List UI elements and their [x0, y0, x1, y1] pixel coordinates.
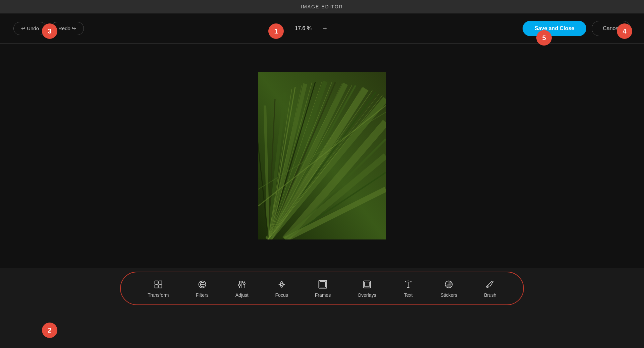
- tool-frames[interactable]: Frames: [302, 276, 344, 300]
- title-bar: IMAGE EDITOR: [0, 0, 644, 13]
- stickers-icon: [443, 279, 454, 290]
- text-label: Text: [404, 292, 413, 298]
- svg-point-68: [487, 286, 489, 288]
- overlays-icon: [362, 279, 372, 290]
- save-close-button[interactable]: Save and Close: [523, 21, 586, 36]
- transform-label: Transform: [148, 292, 169, 298]
- tool-adjust[interactable]: Adjust: [222, 276, 262, 300]
- brush-icon: [485, 279, 495, 290]
- tool-text[interactable]: Text: [389, 276, 427, 300]
- frames-icon: [317, 279, 328, 290]
- canvas-area: [0, 44, 644, 268]
- badge-4: 4: [617, 23, 632, 39]
- adjust-icon: [236, 279, 247, 290]
- tool-filters[interactable]: Filters: [182, 276, 222, 300]
- app-title: IMAGE EDITOR: [301, 4, 343, 9]
- image-preview: [258, 72, 386, 239]
- zoom-value: 17.6 %: [291, 25, 315, 31]
- filters-label: Filters: [196, 292, 209, 298]
- badge-5: 5: [536, 30, 552, 46]
- tool-focus[interactable]: Focus: [262, 276, 302, 300]
- tool-overlays[interactable]: Overlays: [344, 276, 389, 300]
- undo-button[interactable]: ↩ Undo: [13, 22, 47, 35]
- svg-rect-37: [159, 281, 162, 284]
- tool-brush[interactable]: Brush: [471, 276, 510, 300]
- svg-rect-38: [155, 285, 158, 288]
- focus-icon: [276, 279, 287, 290]
- tool-transform[interactable]: Transform: [134, 276, 182, 300]
- toolbar-center: − 17.6 % +: [277, 24, 329, 33]
- adjust-label: Adjust: [235, 292, 249, 298]
- badge-3: 3: [42, 23, 57, 39]
- transform-icon: [153, 279, 164, 290]
- svg-rect-63: [365, 282, 369, 287]
- bottom-toolbar: Transform Filters: [0, 268, 644, 308]
- svg-point-57: [280, 283, 283, 285]
- svg-rect-61: [320, 281, 325, 287]
- zoom-in-button[interactable]: +: [320, 24, 330, 33]
- filters-icon: [197, 279, 208, 290]
- focus-label: Focus: [275, 292, 288, 298]
- svg-rect-36: [155, 281, 158, 284]
- stickers-label: Stickers: [440, 292, 457, 298]
- svg-rect-39: [159, 285, 162, 288]
- text-icon: [403, 279, 414, 290]
- badge-1: 1: [268, 23, 284, 39]
- badge-2: 2: [42, 323, 57, 338]
- tool-stickers[interactable]: Stickers: [427, 276, 471, 300]
- tools-container: Transform Filters: [120, 272, 524, 305]
- overlays-label: Overlays: [358, 292, 376, 298]
- svg-point-51: [238, 284, 240, 286]
- svg-point-54: [243, 282, 245, 284]
- svg-point-48: [241, 281, 243, 283]
- brush-label: Brush: [484, 292, 496, 298]
- frames-label: Frames: [315, 292, 331, 298]
